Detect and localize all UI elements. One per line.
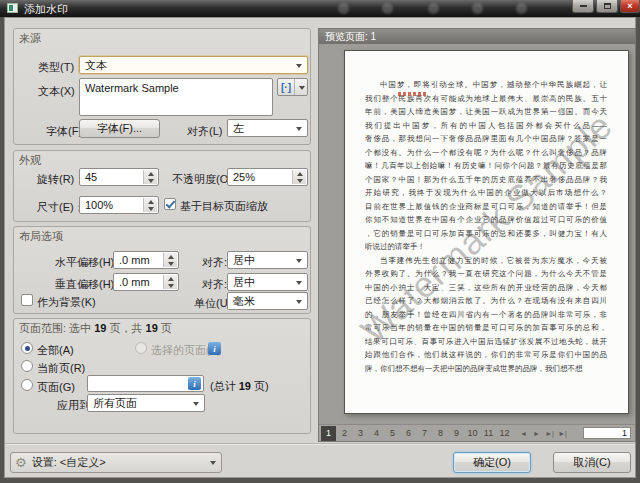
pager-nav-button[interactable]: ◄ — [517, 426, 530, 441]
chevron-down-icon — [299, 86, 305, 90]
as-background-label: 作为背景(K) — [37, 295, 96, 310]
size-label: 尺寸(E)： — [37, 200, 85, 215]
watermark-text-input[interactable]: Watermark Sample — [79, 78, 273, 116]
current-page-label: 当前页(R) — [37, 361, 85, 376]
all-pages-label: 全部(A) — [37, 343, 74, 358]
settings-select[interactable]: ⚙ 设置: <自定义> — [10, 452, 222, 473]
layout-group-title: 布局选项 — [19, 229, 63, 244]
footer-divider — [5, 443, 635, 445]
chevron-down-icon — [296, 281, 302, 285]
rotation-spinner[interactable]: 45 — [79, 168, 159, 186]
opacity-value: 25% — [233, 171, 255, 183]
pages-input[interactable] — [87, 375, 204, 392]
text-align-value: 左 — [233, 121, 244, 136]
pages-label: 页面(G) — [37, 380, 75, 395]
h-align-value: 居中 — [233, 253, 255, 268]
background-toolbar-ghost-icon — [472, 3, 483, 14]
dialog-title: 添加水印 — [24, 2, 68, 17]
unit-select[interactable]: 毫米 — [227, 292, 308, 310]
pages-radio[interactable] — [21, 379, 33, 391]
macro-dropdown[interactable] — [294, 79, 307, 95]
pager-page-number[interactable]: 4 — [369, 426, 384, 441]
size-spinner[interactable]: 100% — [79, 196, 159, 214]
pager-nav: ◄►►|►| — [517, 426, 569, 441]
h-align-label: 对齐: — [202, 255, 227, 270]
h-offset-spinner[interactable]: .0 mm — [113, 251, 179, 269]
gear-icon: ⚙ — [15, 455, 27, 470]
spinner-arrows-icon[interactable] — [143, 170, 157, 184]
pager-page-number[interactable]: 7 — [417, 426, 432, 441]
chevron-down-icon — [296, 300, 302, 304]
close-button[interactable]: × — [620, 0, 640, 13]
preview-panel: 预览页面: 1 中国梦，即将引动全球。中国梦，撼动整个中华民族崛起，让我们整个民… — [318, 28, 636, 442]
appearance-group-title: 外观 — [19, 153, 41, 168]
macro-brackets-icon: [·] — [278, 79, 294, 95]
settings-value: 设置: <自定义> — [32, 455, 106, 470]
pager-page-number[interactable]: 8 — [433, 426, 448, 441]
dialog-titlebar: 添加水印 × — [0, 0, 640, 17]
pager-page-number[interactable]: 6 — [401, 426, 416, 441]
minimize-icon — [580, 5, 587, 7]
preview-header: 预览页面: 1 — [319, 29, 635, 44]
v-align-value: 居中 — [233, 275, 255, 290]
document-text-line: 开始研究，我终于发现为什么中国的企业做大以后市场想什么？ — [365, 186, 607, 200]
spinner-arrows-icon[interactable] — [163, 275, 177, 289]
h-align-select[interactable]: 居中 — [227, 251, 308, 269]
pager-page-number[interactable]: 12 — [497, 426, 512, 441]
spinner-arrows-icon[interactable] — [163, 253, 177, 267]
info-icon[interactable]: i — [208, 342, 221, 355]
info-icon[interactable]: i — [188, 377, 201, 390]
pager-page-number[interactable]: 2 — [337, 426, 352, 441]
v-align-label: 对齐: — [202, 277, 227, 292]
pager-page-number[interactable]: 11 — [481, 426, 496, 441]
maximize-button[interactable] — [596, 0, 618, 13]
macro-insert-button[interactable]: [·] — [277, 78, 308, 96]
unit-value: 毫米 — [233, 294, 255, 309]
selected-pages-radio — [135, 342, 147, 354]
pager-page-number[interactable]: 10 — [465, 426, 480, 441]
watermark-dialog-icon — [7, 3, 18, 13]
chevron-down-icon — [296, 64, 302, 68]
pager-page-number[interactable]: 5 — [385, 426, 400, 441]
pager-current-page-input[interactable]: 1 — [583, 427, 631, 439]
v-offset-label: 垂直偏移(H): — [55, 277, 117, 292]
text-align-select[interactable]: 左 — [227, 119, 308, 137]
chevron-down-icon — [296, 127, 302, 131]
minimize-button[interactable] — [572, 0, 594, 13]
spinner-arrows-icon[interactable] — [292, 170, 306, 184]
pager-page-number[interactable]: 9 — [449, 426, 464, 441]
apply-to-value: 所有页面 — [93, 396, 137, 411]
background-toolbar-ghost-icon — [338, 3, 349, 14]
h-offset-label: 水平偏移(H): — [55, 255, 117, 270]
pager-nav-button[interactable]: ►| — [556, 426, 569, 441]
as-background-checkbox[interactable] — [21, 294, 33, 306]
pager-nav-button[interactable]: ►| — [543, 426, 556, 441]
preview-page: 中国梦，即将引动全球。中国梦，撼动整个中华民族崛起，让我们整个民族再次有可能成为… — [344, 50, 629, 414]
document-text-line: 中国梦，即将引动全球。中国梦，撼动整个中华民族崛起，让 — [365, 78, 607, 92]
watermark-text-value: Watermark Sample — [85, 82, 179, 94]
document-text-line: 结果可口可乐、百事可乐进入中国后迅猛扩张发展不过地头蛇，就开 — [365, 335, 607, 349]
background-toolbar-ghost-icon — [516, 3, 527, 14]
current-page-radio[interactable] — [21, 360, 33, 372]
pager-page-number[interactable]: 3 — [353, 426, 368, 441]
chevron-down-icon — [210, 461, 216, 465]
all-pages-radio[interactable] — [21, 342, 33, 354]
spinner-arrows-icon[interactable] — [143, 198, 157, 212]
cancel-button[interactable]: 取消(C) — [553, 452, 631, 473]
scale-to-page-checkbox[interactable] — [164, 198, 176, 210]
opacity-spinner[interactable]: 25% — [227, 168, 308, 186]
h-offset-value: .0 mm — [119, 254, 150, 266]
scale-to-page-label: 基于目标页面缩放 — [180, 199, 268, 214]
font-button[interactable]: 字体(F)... — [79, 119, 160, 138]
screen: 添加水印 × 来源 类型(T)： 文本 文本(X)： Watermark Sam… — [0, 0, 640, 483]
page-range-header: 页面范围: 选中 19 页，共 19 页 — [19, 321, 172, 336]
v-offset-spinner[interactable]: .0 mm — [113, 273, 179, 291]
size-value: 100% — [85, 199, 113, 211]
apply-to-select[interactable]: 所有页面 — [87, 394, 205, 412]
type-select[interactable]: 文本 — [79, 56, 308, 74]
source-group-title: 来源 — [19, 31, 41, 46]
ok-button[interactable]: 确定(O) — [453, 452, 531, 473]
pager-page-number[interactable]: 1 — [321, 426, 336, 441]
pager-nav-button[interactable]: ► — [530, 426, 543, 441]
v-align-select[interactable]: 居中 — [227, 273, 308, 291]
